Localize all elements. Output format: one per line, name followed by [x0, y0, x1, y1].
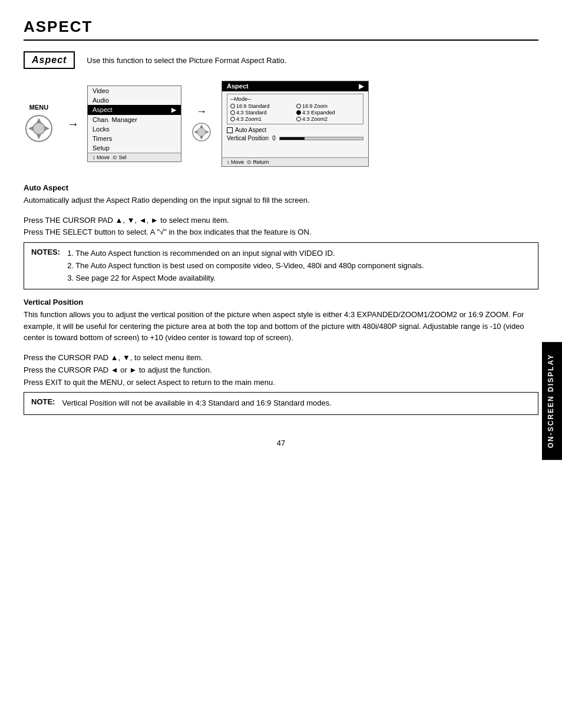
aspect-menu-body: ─Mode─ 16:9 Standard 16:9 Zoom 4:3 St — [222, 91, 368, 157]
aspect-submenu: Aspect ▶ ─Mode─ 16:9 Standard 16:9 Zoom — [222, 81, 369, 167]
menu-item-setup: Setup — [88, 143, 181, 153]
instr-1-line2: Press THE SELECT button to select. A "√"… — [24, 226, 538, 239]
instruction-2: Press the CURSOR PAD ▲, ▼, to select men… — [24, 352, 538, 388]
note-3: 3. See page 22 for Aspect Mode availabil… — [67, 272, 424, 285]
mode-43-zoom1: 4:3 Zoom1 — [230, 116, 294, 122]
side-tab: ON-SCREEN DISPLAY — [542, 342, 562, 460]
page-title: ASPECT — [24, 18, 538, 41]
radio-43z1 — [230, 117, 235, 121]
notes-label: NOTES: — [31, 248, 60, 284]
page-container: ASPECT Aspect Use this function to selec… — [0, 0, 562, 728]
radio-43z2 — [296, 117, 301, 121]
menu-section: MENU → Video Audio Aspect▶ Chan. Manager — [24, 85, 181, 162]
menu-item-aspect: Aspect▶ — [88, 105, 181, 115]
svg-marker-11 — [206, 130, 209, 134]
menu-item-video: Video — [88, 86, 181, 95]
auto-aspect-desc: Automatically adjust the Aspect Ratio de… — [24, 195, 538, 206]
mode-169-std: 16:9 Standard — [230, 103, 294, 109]
aspect-menu-title: Aspect — [227, 83, 249, 90]
instr-2-line3: Press EXIT to quit the MENU, or select A… — [24, 377, 538, 389]
main-osd-menu: Video Audio Aspect▶ Chan. Manager Locks … — [87, 85, 181, 162]
mode-169-zoom: 16:9 Zoom — [296, 103, 360, 109]
mid-arrow-symbol: → — [196, 106, 207, 118]
arrow-to-menu: → — [67, 117, 79, 131]
intro-text: Use this function to select the Picture … — [87, 56, 286, 65]
mode-43-expanded: 4:3 Expanded — [296, 110, 360, 116]
spacer — [227, 143, 363, 155]
svg-marker-8 — [200, 124, 203, 128]
radio-43exp — [296, 110, 301, 115]
auto-aspect-row: Auto Aspect — [227, 127, 363, 133]
aspect-menu-footer: ↕ Move ⊙ Return — [222, 157, 368, 166]
page-number: 47 — [24, 439, 538, 447]
menu-item-audio: Audio — [88, 95, 181, 105]
mid-remote-icon — [191, 121, 212, 143]
radio-169std — [230, 104, 235, 108]
slider-fill — [280, 137, 305, 140]
svg-point-1 — [33, 123, 45, 134]
radio-43std — [230, 110, 235, 115]
vert-pos-slider — [279, 137, 363, 140]
menu-item-timers: Timers — [88, 134, 181, 143]
note-1: 1. The Auto Aspect function is recommend… — [67, 248, 424, 260]
notes-box: NOTES: 1. The Auto Aspect function is re… — [24, 242, 538, 289]
menu-label: MENU — [29, 104, 48, 111]
instr-2-line2: Press the CURSOR PAD ◄ or ► to adjust th… — [24, 364, 538, 377]
vert-pos-desc: This function allows you to adjust the v… — [24, 309, 538, 344]
auto-aspect-checkbox — [227, 127, 233, 133]
auto-aspect-title: Auto Aspect — [24, 183, 538, 192]
note-label: NOTE: — [31, 397, 55, 410]
mode-section: ─Mode─ 16:9 Standard 16:9 Zoom 4:3 St — [227, 94, 363, 124]
note-2: 2. The Auto Aspect function is best used… — [67, 260, 424, 272]
menu-item-chan: Chan. Manager — [88, 115, 181, 124]
auto-aspect-section: Auto Aspect Automatically adjust the Asp… — [24, 183, 538, 206]
svg-point-7 — [197, 128, 206, 136]
intro-row: Aspect Use this function to select the P… — [24, 51, 538, 69]
menu-item-locks: Locks — [88, 124, 181, 134]
vert-pos-value: 0 — [272, 135, 276, 141]
instr-2-line1: Press the CURSOR PAD ▲, ▼, to select men… — [24, 352, 538, 364]
mid-arrow: → — [191, 106, 212, 143]
svg-marker-4 — [28, 126, 33, 131]
diagram-area: MENU → Video Audio Aspect▶ Chan. Manager — [24, 81, 538, 167]
mode-43-std: 4:3 Standard — [230, 110, 294, 116]
svg-marker-9 — [200, 136, 203, 140]
notes-content: 1. The Auto Aspect function is recommend… — [67, 248, 424, 284]
vert-pos-label: Vertical Position — [227, 135, 269, 141]
aspect-menu-arrow: ▶ — [359, 83, 363, 90]
mode-title: ─Mode─ — [230, 96, 360, 102]
note-content: Vertical Position will not be available … — [62, 397, 331, 410]
aspect-badge: Aspect — [24, 51, 75, 69]
vert-pos-section-title: Vertical Position — [24, 298, 538, 307]
instr-1-line1: Press THE CURSOR PAD ▲, ▼, ◄, ► to selec… — [24, 215, 538, 227]
aspect-menu-header: Aspect ▶ — [222, 81, 368, 91]
main-menu-footer: ↕ Move ⊙ Sel — [88, 153, 181, 162]
svg-marker-2 — [37, 118, 41, 123]
svg-marker-10 — [194, 130, 197, 134]
vert-pos-row: Vertical Position 0 — [227, 135, 363, 141]
radio-169zoom — [296, 104, 301, 108]
svg-marker-5 — [45, 126, 49, 131]
note-box: NOTE: Vertical Position will not be avai… — [24, 392, 538, 415]
menu-label-col: MENU — [24, 104, 54, 144]
instruction-1: Press THE CURSOR PAD ▲, ▼, ◄, ► to selec… — [24, 215, 538, 239]
mode-grid: 16:9 Standard 16:9 Zoom 4:3 Standard — [230, 103, 360, 122]
remote-icon — [24, 113, 54, 144]
auto-aspect-label: Auto Aspect — [235, 127, 266, 133]
mode-43-zoom2: 4:3 Zoom2 — [296, 116, 360, 122]
vertical-position-section: Vertical Position This function allows y… — [24, 298, 538, 344]
svg-marker-3 — [37, 134, 41, 139]
